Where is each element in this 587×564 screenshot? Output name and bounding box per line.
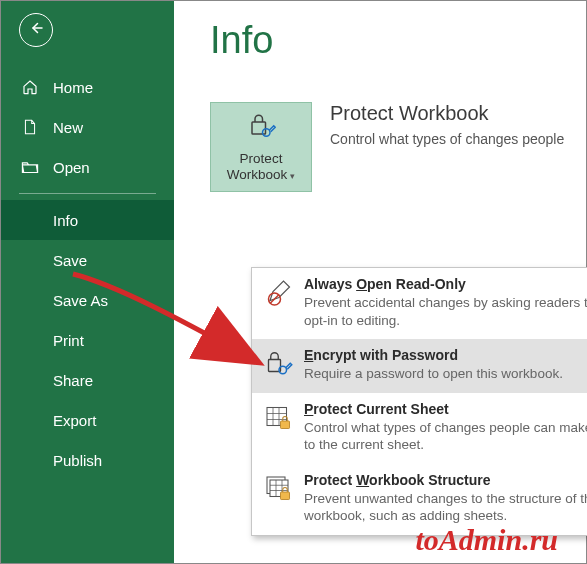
protect-workbook-section: Protect Workbook▾ Protect Workbook Contr… bbox=[210, 102, 586, 192]
backstage-sidebar: Home New Open Info Save Save As Print bbox=[1, 1, 174, 563]
sidebar-item-publish[interactable]: Publish bbox=[1, 440, 174, 480]
sheet-lock-icon bbox=[262, 401, 296, 454]
sidebar-item-print[interactable]: Print bbox=[1, 320, 174, 360]
page-title: Info bbox=[210, 19, 586, 62]
svg-rect-1 bbox=[252, 122, 266, 134]
sidebar-item-label: Publish bbox=[53, 452, 102, 469]
menu-item-description: Prevent unwanted changes to the structur… bbox=[304, 490, 587, 525]
sidebar-item-label: Info bbox=[53, 212, 78, 229]
menu-item-protect-sheet[interactable]: Protect Current Sheet Control what types… bbox=[252, 393, 587, 464]
arrow-left-icon bbox=[27, 19, 45, 41]
sidebar-item-label: Open bbox=[53, 159, 90, 176]
section-heading: Protect Workbook bbox=[330, 102, 564, 125]
menu-item-open-read-only[interactable]: Always Open Read-Only Prevent accidental… bbox=[252, 268, 587, 339]
sidebar-item-label: New bbox=[53, 119, 83, 136]
sidebar-item-new[interactable]: New bbox=[1, 107, 174, 147]
sidebar-item-label: Home bbox=[53, 79, 93, 96]
protect-workbook-button[interactable]: Protect Workbook▾ bbox=[210, 102, 312, 192]
button-label: Protect Workbook▾ bbox=[227, 151, 296, 185]
folder-open-icon bbox=[21, 158, 39, 176]
sidebar-item-label: Share bbox=[53, 372, 93, 389]
sidebar-item-label: Save As bbox=[53, 292, 108, 309]
section-description: Control what types of changes people bbox=[330, 131, 564, 147]
menu-item-title: Always Open Read-Only bbox=[304, 276, 587, 292]
sidebar-item-save[interactable]: Save bbox=[1, 240, 174, 280]
sidebar-item-label: Save bbox=[53, 252, 87, 269]
svg-rect-12 bbox=[281, 421, 290, 429]
sidebar-item-home[interactable]: Home bbox=[1, 67, 174, 107]
pencil-no-icon bbox=[262, 276, 296, 329]
sidebar-item-label: Export bbox=[53, 412, 96, 429]
menu-item-title: Protect Current Sheet bbox=[304, 401, 587, 417]
workbook-lock-icon bbox=[262, 472, 296, 525]
sidebar-separator bbox=[19, 193, 156, 194]
back-button[interactable] bbox=[19, 13, 53, 47]
home-icon bbox=[21, 78, 39, 96]
protect-workbook-menu: Always Open Read-Only Prevent accidental… bbox=[251, 267, 587, 536]
sidebar-item-info[interactable]: Info bbox=[1, 200, 174, 240]
menu-item-description: Require a password to open this workbook… bbox=[304, 365, 563, 383]
sidebar-item-export[interactable]: Export bbox=[1, 400, 174, 440]
menu-item-description: Prevent accidental changes by asking rea… bbox=[304, 294, 587, 329]
menu-item-title: Protect Workbook Structure bbox=[304, 472, 587, 488]
sidebar-item-open[interactable]: Open bbox=[1, 147, 174, 187]
menu-item-title: Encrypt with Password bbox=[304, 347, 563, 363]
lock-key-icon bbox=[246, 110, 276, 145]
sidebar-item-label: Print bbox=[53, 332, 84, 349]
chevron-down-icon: ▾ bbox=[290, 171, 295, 181]
menu-item-encrypt-password[interactable]: Encrypt with Password Require a password… bbox=[252, 339, 587, 393]
lock-key-icon bbox=[262, 347, 296, 383]
file-icon bbox=[21, 118, 39, 136]
menu-item-protect-structure[interactable]: Protect Workbook Structure Prevent unwan… bbox=[252, 464, 587, 535]
svg-rect-19 bbox=[281, 492, 290, 500]
menu-item-description: Control what types of changes people can… bbox=[304, 419, 587, 454]
app-window: Home New Open Info Save Save As Print bbox=[0, 0, 587, 564]
sidebar-item-save-as[interactable]: Save As bbox=[1, 280, 174, 320]
sidebar-item-share[interactable]: Share bbox=[1, 360, 174, 400]
